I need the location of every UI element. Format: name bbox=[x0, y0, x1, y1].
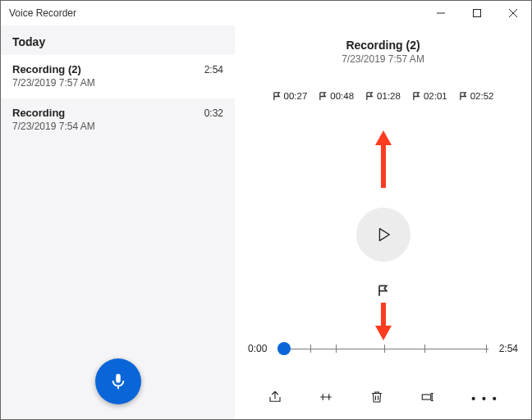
ellipsis-icon: • • • bbox=[471, 392, 498, 405]
share-icon bbox=[268, 390, 282, 404]
annotation-arrow-down bbox=[375, 303, 392, 344]
more-button[interactable]: • • • bbox=[471, 392, 498, 405]
recording-item[interactable]: Recording 0:32 7/23/2019 7:54 AM bbox=[1, 98, 235, 142]
trash-icon bbox=[369, 390, 384, 404]
recording-name: Recording (2) bbox=[12, 63, 81, 75]
close-button[interactable] bbox=[495, 1, 531, 25]
trim-button[interactable] bbox=[319, 390, 333, 408]
recording-duration: 2:54 bbox=[204, 64, 223, 75]
recording-name: Recording bbox=[12, 107, 65, 119]
seek-track[interactable] bbox=[277, 342, 488, 355]
play-icon bbox=[374, 226, 392, 244]
marker-item[interactable]: 01:28 bbox=[365, 91, 401, 101]
add-marker-button[interactable] bbox=[377, 285, 389, 300]
flag-icon bbox=[459, 92, 468, 101]
svg-rect-1 bbox=[474, 10, 481, 17]
app-body: Today Recording (2) 2:54 7/23/2019 7:57 … bbox=[1, 25, 531, 419]
trim-icon bbox=[319, 390, 333, 404]
seek-thumb[interactable] bbox=[277, 342, 291, 355]
marker-item[interactable]: 00:27 bbox=[273, 91, 308, 101]
recording-date: 7/23/2019 7:57 AM bbox=[12, 77, 223, 89]
svg-rect-4 bbox=[423, 395, 432, 399]
rename-button[interactable] bbox=[420, 390, 435, 408]
flag-icon bbox=[273, 92, 282, 101]
delete-button[interactable] bbox=[369, 390, 384, 408]
microphone-icon bbox=[109, 372, 127, 390]
action-bar: • • • bbox=[235, 390, 531, 408]
time-start: 0:00 bbox=[248, 343, 271, 354]
flag-icon bbox=[365, 92, 374, 101]
recording-duration: 0:32 bbox=[204, 107, 223, 119]
marker-item[interactable]: 02:52 bbox=[459, 91, 494, 101]
date-group-header: Today bbox=[1, 25, 235, 55]
rename-icon bbox=[420, 390, 435, 404]
window-buttons bbox=[423, 1, 531, 25]
timeline: 0:00 2:54 bbox=[248, 342, 518, 355]
flag-icon bbox=[412, 92, 421, 101]
current-recording-date: 7/23/2019 7:57 AM bbox=[235, 53, 531, 65]
current-recording-name: Recording (2) bbox=[235, 39, 531, 52]
time-end: 2:54 bbox=[495, 343, 518, 354]
playback-panel: Recording (2) 7/23/2019 7:57 AM 00:27 00… bbox=[235, 25, 531, 419]
recordings-sidebar: Today Recording (2) 2:54 7/23/2019 7:57 … bbox=[1, 25, 235, 419]
play-button-wrap bbox=[356, 208, 410, 262]
minimize-button[interactable] bbox=[423, 1, 459, 25]
marker-item[interactable]: 02:01 bbox=[412, 91, 447, 101]
share-button[interactable] bbox=[268, 390, 282, 408]
flag-icon bbox=[377, 285, 389, 297]
play-button[interactable] bbox=[356, 208, 410, 262]
marker-item[interactable]: 00:48 bbox=[319, 91, 354, 101]
app-window: Voice Recorder Today Recording (2) 2:54 … bbox=[0, 0, 532, 420]
markers-row: 00:27 00:48 01:28 02:01 02:52 bbox=[235, 91, 531, 101]
maximize-button[interactable] bbox=[459, 1, 495, 25]
recording-item[interactable]: Recording (2) 2:54 7/23/2019 7:57 AM bbox=[1, 55, 235, 98]
flag-icon bbox=[319, 92, 328, 101]
record-button[interactable] bbox=[95, 358, 141, 404]
title-bar: Voice Recorder bbox=[1, 1, 531, 25]
app-title: Voice Recorder bbox=[9, 7, 76, 19]
recording-date: 7/23/2019 7:54 AM bbox=[12, 121, 223, 132]
recording-header: Recording (2) 7/23/2019 7:57 AM bbox=[235, 39, 531, 65]
annotation-arrow-up bbox=[375, 130, 392, 191]
